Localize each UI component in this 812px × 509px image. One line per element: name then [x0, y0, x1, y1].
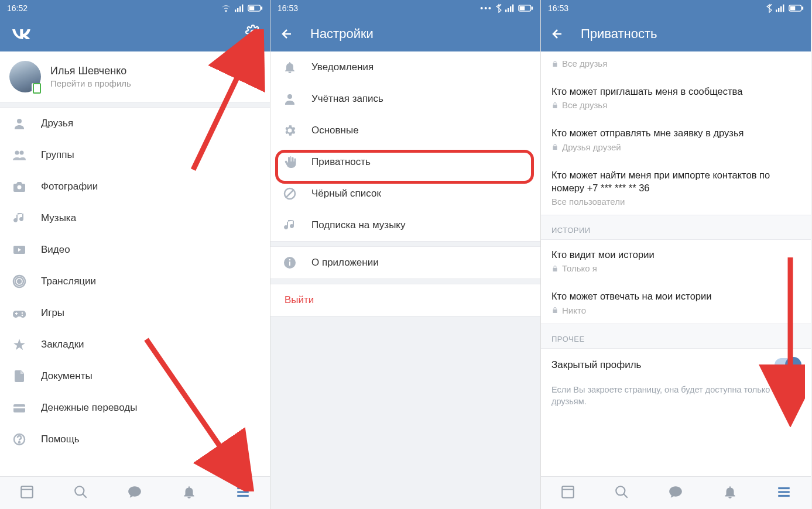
tab-notifications[interactable] [722, 484, 738, 502]
settings-menu: УведомленияУчётная записьОсновныеПриватн… [270, 51, 540, 509]
back-button[interactable] [280, 27, 294, 41]
privacy-title: Кто может найти меня при импорте контакт… [551, 168, 800, 195]
status-bar: 16:53 [541, 0, 811, 16]
bookmarks-icon [12, 337, 27, 352]
header-title: Настройки [310, 26, 374, 42]
menu-item-docs[interactable]: Документы [0, 360, 270, 392]
separator [270, 241, 540, 247]
privacy-list: Все друзья Кто может приглашать меня в с… [541, 51, 811, 476]
private-profile-toggle-row[interactable]: Закрытый профиль [541, 349, 811, 381]
screen-settings: 16:53 ••• Настройки УведомленияУчётная з… [270, 0, 541, 509]
privacy-value: Только я [551, 263, 800, 273]
hand-icon [282, 154, 297, 170]
svg-point-9 [15, 151, 19, 155]
bluetooth-icon [766, 4, 772, 13]
settings-gear-button[interactable] [245, 25, 261, 43]
privacy-value: Все друзья [551, 100, 800, 110]
tab-feed[interactable] [560, 484, 575, 502]
menu-item-music[interactable]: Подписка на музыку [270, 209, 540, 241]
svg-rect-5 [261, 6, 263, 9]
money-icon [12, 400, 27, 415]
menu-item-bell[interactable]: Уведомления [270, 51, 540, 83]
tab-search[interactable] [614, 484, 629, 502]
status-bar: 16:53 ••• [270, 0, 540, 16]
svg-rect-6 [249, 6, 255, 11]
svg-point-8 [17, 119, 22, 123]
lock-icon [551, 60, 559, 67]
menu-item-ban[interactable]: Чёрный список [270, 178, 540, 209]
ban-icon [282, 186, 297, 201]
svg-rect-33 [510, 6, 511, 12]
menu-item-label: Учётная запись [311, 93, 383, 105]
svg-rect-2 [239, 6, 241, 12]
menu-item-label: Друзья [41, 118, 73, 129]
tab-search[interactable] [73, 484, 88, 502]
bell-icon [282, 60, 297, 75]
menu-item-label: Закладки [41, 339, 84, 350]
status-icons [221, 4, 263, 12]
section-header-stories: ИСТОРИИ [541, 215, 811, 240]
menu-item-label: Музыка [41, 212, 76, 224]
section-header-other: ПРОЧЕЕ [541, 324, 811, 349]
dots-icon: ••• [480, 4, 492, 13]
status-bar: 16:52 [0, 0, 270, 16]
tab-menu[interactable] [776, 484, 792, 502]
svg-rect-32 [508, 8, 509, 12]
tab-menu[interactable] [235, 484, 251, 502]
menu-item-music[interactable]: Музыка [0, 202, 270, 234]
menu-item-money[interactable]: Денежные переводы [0, 392, 270, 424]
privacy-item[interactable]: Все друзья [541, 51, 811, 77]
menu-item-groups[interactable]: Группы [0, 139, 270, 171]
tab-messages[interactable] [668, 484, 683, 502]
privacy-header: Приватность [541, 16, 811, 51]
tab-messages[interactable] [127, 484, 142, 502]
menu-item-live[interactable]: Трансляции [0, 266, 270, 297]
svg-rect-49 [802, 6, 804, 9]
privacy-item[interactable]: Кто может приглашать меня в сообществаВс… [541, 77, 811, 118]
privacy-item[interactable]: Кто может отправлять мне заявку в друзья… [541, 118, 811, 160]
menu-item-label: Уведомления [311, 61, 374, 73]
status-icons: ••• [480, 4, 533, 13]
menu-item-account[interactable]: Учётная запись [270, 83, 540, 115]
svg-rect-44 [776, 9, 777, 12]
menu-item-video[interactable]: Видео [0, 234, 270, 266]
menu-item-label: Чёрный список [311, 188, 381, 200]
menu-item-hand[interactable]: Приватность [270, 146, 540, 178]
logout-button[interactable]: Выйти [270, 284, 540, 316]
menu-item-gear[interactable]: Основные [270, 115, 540, 146]
menu-item-label: Трансляции [41, 276, 96, 287]
svg-rect-37 [520, 6, 525, 11]
svg-line-25 [83, 494, 87, 498]
svg-point-43 [289, 259, 291, 261]
profile-row[interactable]: Илья Шевченко Перейти в профиль [0, 51, 270, 102]
menu-item-friends[interactable]: Друзья [0, 108, 270, 139]
menu-item-label: О приложении [311, 257, 379, 269]
menu-item-info[interactable]: О приложении [270, 247, 540, 278]
svg-point-11 [18, 185, 22, 190]
svg-point-13 [18, 280, 21, 283]
tab-notifications[interactable] [181, 484, 197, 502]
tab-feed[interactable] [19, 484, 35, 502]
menu-item-photos[interactable]: Фотографии [0, 171, 270, 202]
menu-item-help[interactable]: Помощь [0, 424, 270, 455]
signal-icon [235, 4, 244, 12]
toggle-switch[interactable] [775, 358, 800, 372]
separator [270, 278, 540, 284]
svg-point-38 [287, 94, 292, 99]
privacy-item[interactable]: Кто видит мои историиТолько я [541, 240, 811, 281]
svg-rect-0 [235, 9, 236, 12]
privacy-value: Друзья друзей [551, 142, 800, 152]
video-icon [12, 242, 27, 257]
privacy-item[interactable]: Кто может найти меня при импорте контакт… [541, 160, 811, 215]
menu-item-bookmarks[interactable]: Закладки [0, 329, 270, 360]
menu-item-games[interactable]: Игры [0, 297, 270, 329]
games-icon [12, 305, 27, 321]
menu-item-label: Видео [41, 244, 70, 256]
back-button[interactable] [550, 27, 564, 41]
online-badge-icon [32, 83, 42, 94]
status-time: 16:53 [277, 4, 298, 13]
main-menu: ДрузьяГруппыФотографииМузыкаВидеоТрансля… [0, 108, 270, 476]
privacy-item[interactable]: Кто может отвечать на мои историиНикто [541, 281, 811, 323]
svg-rect-36 [532, 6, 533, 9]
lock-icon [551, 143, 559, 150]
